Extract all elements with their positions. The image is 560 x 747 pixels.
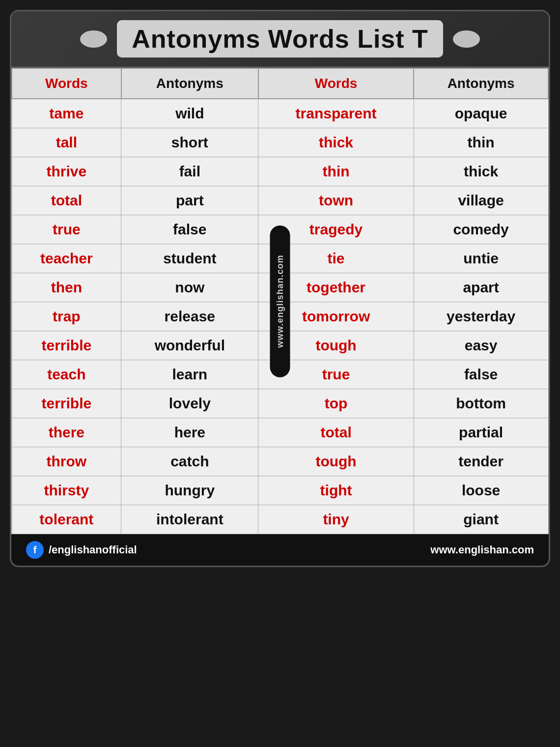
word-cell: trap [12,302,121,331]
antonym-cell: tender [414,447,548,476]
word-cell: thick [258,128,414,157]
antonym-cell: false [121,215,258,244]
word-cell: town [258,186,414,215]
table-row: thrivefailthinthick [12,157,548,186]
table-row: totalparttownvillage [12,186,548,215]
col-header-words1: Words [12,68,121,99]
table-container: www.englishan.com Words Antonyms Words A… [11,68,549,534]
word-cell: tame [12,99,121,128]
word-cell: tragedy [258,215,414,244]
footer-social: f /englishanofficial [26,541,137,559]
word-cell: tolerant [12,505,121,534]
table-row: thereheretotalpartial [12,418,548,447]
table-row: teacherstudenttieuntie [12,244,548,273]
antonym-cell: lovely [121,389,258,418]
table-row: tolerantintoleranttinygiant [12,505,548,534]
antonym-cell: now [121,273,258,302]
antonym-cell: hungry [121,476,258,505]
antonym-cell: student [121,244,258,273]
table-row: teachlearntruefalse [12,360,548,389]
word-cell: tough [258,447,414,476]
word-cell: thirsty [12,476,121,505]
word-cell: teacher [12,244,121,273]
footer: f /englishanofficial www.englishan.com [11,534,549,566]
antonym-cell: part [121,186,258,215]
antonym-cell: wonderful [121,331,258,360]
table-row: terriblewonderfultougheasy [12,331,548,360]
table-row: tamewildtransparentopaque [12,99,548,128]
word-cell: tough [258,331,414,360]
social-handle: /englishanofficial [49,544,137,556]
antonym-cell: village [414,186,548,215]
word-cell: terrible [12,389,121,418]
page-title: Antonyms Words List T [117,20,443,57]
word-cell: thrive [12,157,121,186]
antonym-cell: easy [414,331,548,360]
word-cell: terrible [12,331,121,360]
antonyms-table: Words Antonyms Words Antonyms tamewildtr… [11,68,549,534]
antonym-cell: bottom [414,389,548,418]
word-cell: there [12,418,121,447]
antonym-cell: catch [121,447,258,476]
main-card: Antonyms Words List T www.englishan.com … [10,10,550,567]
word-cell: tomorrow [258,302,414,331]
antonym-cell: apart [414,273,548,302]
antonym-cell: intolerant [121,505,258,534]
table-row: tallshortthickthin [12,128,548,157]
antonym-cell: release [121,302,258,331]
table-row: terriblelovelytopbottom [12,389,548,418]
antonym-cell: thick [414,157,548,186]
title-bar: Antonyms Words List T [11,11,549,68]
antonym-cell: short [121,128,258,157]
antonym-cell: yesterday [414,302,548,331]
word-cell: tiny [258,505,414,534]
antonym-cell: partial [414,418,548,447]
word-cell: transparent [258,99,414,128]
antonym-cell: untie [414,244,548,273]
antonym-cell: comedy [414,215,548,244]
antonym-cell: wild [121,99,258,128]
word-cell: then [12,273,121,302]
word-cell: tie [258,244,414,273]
antonym-cell: loose [414,476,548,505]
antonym-cell: learn [121,360,258,389]
word-cell: true [12,215,121,244]
col-header-antonyms1: Antonyms [121,68,258,99]
word-cell: thin [258,157,414,186]
word-cell: total [12,186,121,215]
table-row: thennowtogetherapart [12,273,548,302]
table-row: trapreleasetomorrowyesterday [12,302,548,331]
table-row: truefalsetragedycomedy [12,215,548,244]
word-cell: together [258,273,414,302]
word-cell: teach [12,360,121,389]
antonym-cell: here [121,418,258,447]
col-header-words2: Words [258,68,414,99]
antonym-cell: giant [414,505,548,534]
word-cell: true [258,360,414,389]
antonym-cell: false [414,360,548,389]
col-header-antonyms2: Antonyms [414,68,548,99]
table-row: thirstyhungrytightloose [12,476,548,505]
antonym-cell: fail [121,157,258,186]
word-cell: tall [12,128,121,157]
footer-website: www.englishan.com [430,544,534,556]
table-row: throwcatchtoughtender [12,447,548,476]
table-header-row: Words Antonyms Words Antonyms [12,68,548,99]
word-cell: throw [12,447,121,476]
word-cell: tight [258,476,414,505]
right-oval-decoration [453,30,480,48]
word-cell: total [258,418,414,447]
word-cell: top [258,389,414,418]
antonym-cell: opaque [414,99,548,128]
facebook-icon: f [26,541,44,559]
antonym-cell: thin [414,128,548,157]
left-oval-decoration [80,30,107,48]
